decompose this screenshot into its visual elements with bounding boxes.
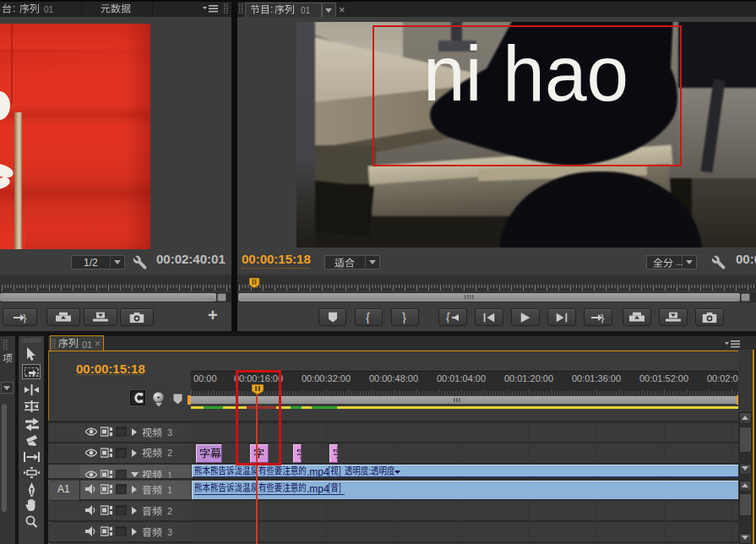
svg-text:}: }: [601, 312, 605, 323]
svg-text:}: }: [402, 312, 406, 324]
svg-text:{: {: [366, 312, 370, 324]
svg-text:{: {: [446, 313, 450, 323]
svg-text:}: }: [23, 312, 27, 323]
